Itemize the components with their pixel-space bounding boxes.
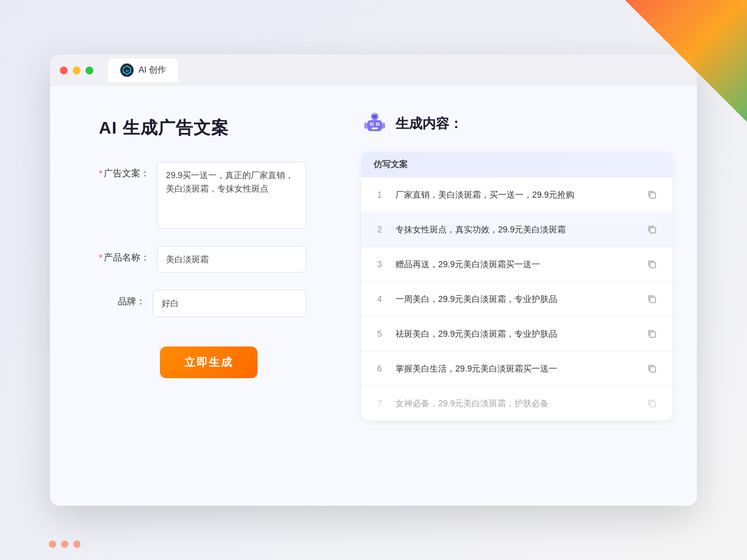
dot-2 [61, 540, 68, 548]
svg-rect-4 [367, 120, 382, 131]
copy-icon[interactable] [643, 325, 660, 342]
brand-group: 品牌： [99, 290, 306, 317]
required-mark-1: * [99, 168, 103, 178]
result-row: 2 专抹女性斑点，真实功效，29.9元美白淡斑霜 [361, 212, 673, 247]
close-button[interactable] [60, 66, 68, 74]
product-name-group: *产品名称： [99, 246, 306, 273]
svg-rect-8 [364, 123, 367, 129]
row-text: 赠品再送，29.9元美白淡斑霜买一送一 [395, 258, 633, 271]
ad-copy-input[interactable]: 29.9买一送一，真正的厂家直销，美白淡斑霜，专抹女性斑点 [157, 162, 306, 229]
svg-point-3 [373, 115, 377, 118]
copy-icon[interactable] [643, 360, 660, 377]
svg-rect-13 [650, 193, 655, 198]
svg-rect-9 [382, 123, 385, 129]
result-row: 4 一周美白，29.9元美白淡斑霜，专业护肤品 [361, 282, 673, 317]
content-area: AI 生成广告文案 *广告文案： 29.9买一送一，真正的厂家直销，美白淡斑霜，… [50, 86, 697, 506]
generate-button[interactable]: 立即生成 [160, 346, 258, 378]
tab-label: AI 创作 [139, 65, 166, 76]
dot-1 [49, 540, 56, 548]
bg-decoration-bottom [49, 540, 81, 548]
svg-point-10 [371, 123, 373, 125]
svg-rect-17 [650, 332, 655, 337]
result-row: 6 掌握美白生活，29.9元美白淡斑霜买一送一 [361, 351, 673, 386]
row-text: 一周美白，29.9元美白淡斑霜，专业护肤品 [395, 293, 633, 306]
product-name-input[interactable] [157, 246, 306, 273]
copy-icon[interactable] [643, 395, 660, 412]
page-title: AI 生成广告文案 [99, 117, 306, 140]
svg-rect-14 [650, 228, 655, 233]
browser-tab[interactable]: AI AI 创作 [108, 59, 178, 82]
results-container: 1 厂家直销，美白淡斑霜，买一送一，29.9元抢购 2 专抹女性斑点，真实功效，… [361, 178, 673, 420]
minimize-button[interactable] [73, 66, 81, 74]
ad-copy-label: *广告文案： [99, 162, 157, 179]
svg-text:AI: AI [125, 69, 129, 73]
table-header: 仿写文案 [361, 152, 673, 178]
copy-icon[interactable] [643, 290, 660, 307]
robot-icon [361, 110, 388, 137]
tab-ai-icon: AI [120, 63, 134, 77]
copy-icon[interactable] [643, 256, 660, 273]
result-row: 1 厂家直销，美白淡斑霜，买一送一，29.9元抢购 [361, 178, 673, 212]
row-text: 祛斑美白，29.9元美白淡斑霜，专业护肤品 [395, 328, 633, 340]
required-mark-2: * [99, 252, 103, 262]
row-text: 专抹女性斑点，真实功效，29.9元美白淡斑霜 [395, 223, 633, 236]
result-header: 生成内容： [361, 110, 673, 137]
svg-point-12 [374, 113, 375, 115]
dot-3 [73, 540, 81, 548]
row-text: 厂家直销，美白淡斑霜，买一送一，29.9元抢购 [395, 188, 633, 201]
row-number: 4 [374, 294, 386, 304]
row-number: 3 [374, 259, 386, 269]
copy-icon[interactable] [643, 186, 660, 203]
brand-input[interactable] [153, 290, 306, 317]
result-row: 5 祛斑美白，29.9元美白淡斑霜，专业护肤品 [361, 317, 673, 351]
svg-rect-7 [372, 127, 378, 129]
right-panel: 生成内容： 仿写文案 1 厂家直销，美白淡斑霜，买一送一，29.9元抢购 2 专… [343, 86, 697, 506]
row-number: 7 [374, 398, 386, 408]
ad-copy-group: *广告文案： 29.9买一送一，真正的厂家直销，美白淡斑霜，专抹女性斑点 [99, 162, 306, 229]
product-name-label: *产品名称： [99, 246, 157, 264]
row-text: 女神必备，29.9元美白淡斑霜，护肤必备 [395, 397, 633, 410]
row-number: 1 [374, 190, 386, 199]
svg-point-11 [377, 123, 379, 125]
result-row: 7 女神必备，29.9元美白淡斑霜，护肤必备 [361, 386, 673, 420]
left-panel: AI 生成广告文案 *广告文案： 29.9买一送一，真正的厂家直销，美白淡斑霜，… [50, 86, 343, 506]
brand-label: 品牌： [99, 290, 153, 307]
browser-window: AI AI 创作 AI 生成广告文案 *广告文案： 29.9买一送一，真正的厂家… [50, 54, 697, 506]
row-number: 5 [374, 329, 386, 339]
results-table: 仿写文案 1 厂家直销，美白淡斑霜，买一送一，29.9元抢购 2 专抹女性斑点，… [361, 152, 673, 420]
row-number: 6 [374, 364, 386, 373]
svg-rect-15 [650, 262, 655, 268]
row-text: 掌握美白生活，29.9元美白淡斑霜买一送一 [395, 362, 633, 375]
svg-rect-19 [650, 401, 655, 407]
title-bar: AI AI 创作 [50, 54, 697, 86]
svg-rect-16 [650, 297, 655, 303]
result-title: 生成内容： [395, 115, 463, 133]
result-row: 3 赠品再送，29.9元美白淡斑霜买一送一 [361, 247, 673, 282]
maximize-button[interactable] [85, 66, 93, 74]
copy-icon[interactable] [643, 221, 660, 238]
svg-rect-18 [650, 367, 655, 372]
row-number: 2 [374, 224, 386, 234]
